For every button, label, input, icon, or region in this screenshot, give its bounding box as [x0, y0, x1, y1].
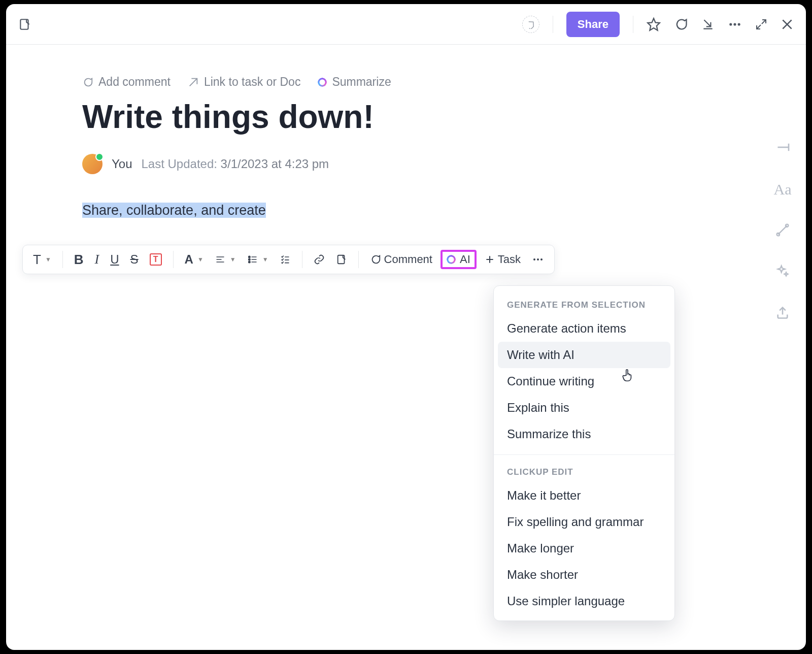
toolbar-divider: [633, 16, 633, 33]
right-side-rail: Aa: [759, 45, 806, 650]
comment-button-label: Comment: [384, 253, 432, 266]
bullet-list-dropdown[interactable]: ▼: [244, 252, 272, 267]
relations-icon[interactable]: [776, 223, 789, 239]
text-color-button[interactable]: T: [147, 251, 165, 268]
ai-item-summarize-this[interactable]: Summarize this: [494, 421, 674, 447]
comment-button[interactable]: Comment: [367, 251, 435, 268]
ai-item-fix-spelling[interactable]: Fix spelling and grammar: [494, 509, 674, 535]
ai-item-make-better[interactable]: Make it better: [494, 482, 674, 509]
ai-section-generate-label: GENERATE FROM SELECTION: [494, 295, 674, 315]
ai-item-explain-this[interactable]: Explain this: [494, 395, 674, 421]
sparkle-icon[interactable]: [775, 264, 790, 280]
tag-button[interactable]: [522, 16, 539, 33]
svg-point-12: [537, 258, 539, 260]
summarize-label: Summarize: [332, 75, 391, 89]
svg-point-7: [248, 256, 250, 257]
typography-icon[interactable]: Aa: [774, 181, 792, 198]
author-avatar[interactable]: [82, 154, 103, 174]
favorite-star-icon[interactable]: [647, 17, 661, 31]
last-updated-label: Last Updated: 3/1/2023 at 4:23 pm: [142, 157, 329, 171]
ai-item-make-longer[interactable]: Make longer: [494, 535, 674, 562]
toolbar-more-icon[interactable]: [529, 251, 547, 268]
ai-gradient-icon: [447, 255, 456, 264]
font-color-dropdown[interactable]: A▼: [182, 250, 207, 269]
ai-menu-separator: [494, 454, 674, 455]
svg-point-3: [733, 23, 736, 25]
underline-button[interactable]: U: [107, 250, 122, 269]
toolbar-divider: [553, 16, 553, 33]
share-button[interactable]: Share: [566, 12, 620, 37]
text-color-swatch-icon: T: [150, 253, 162, 266]
svg-point-13: [540, 258, 543, 260]
link-task-action[interactable]: Link to task or Doc: [188, 75, 300, 89]
svg-point-5: [777, 233, 780, 236]
ai-item-simpler-language[interactable]: Use simpler language: [494, 588, 674, 614]
ai-button[interactable]: AI: [441, 250, 477, 269]
summarize-action[interactable]: Summarize: [318, 75, 391, 89]
selected-text: Share, collaborate, and create: [82, 203, 266, 218]
ai-gradient-icon: [318, 78, 327, 87]
ai-item-write-with-ai[interactable]: Write with AI: [498, 342, 670, 368]
document-title[interactable]: Write things down!: [82, 98, 759, 136]
outdent-icon[interactable]: [775, 141, 790, 155]
bold-button[interactable]: B: [71, 250, 87, 270]
close-icon[interactable]: [781, 18, 794, 31]
checklist-button[interactable]: [277, 252, 294, 267]
more-menu-icon[interactable]: [728, 17, 742, 31]
top-toolbar: Share: [6, 4, 806, 45]
expand-icon[interactable]: [755, 18, 767, 30]
ai-item-generate-action-items[interactable]: Generate action items: [494, 315, 674, 342]
task-button[interactable]: Task: [482, 251, 524, 268]
svg-point-6: [786, 224, 788, 227]
document-body[interactable]: Share, collaborate, and create: [82, 203, 266, 218]
svg-point-11: [533, 258, 535, 260]
add-comment-action[interactable]: Add comment: [82, 75, 171, 89]
formatting-toolbar: T▼ B I U S T A▼ ▼ ▼ Commen: [22, 245, 555, 274]
share-export-icon[interactable]: [775, 306, 790, 322]
text-style-dropdown[interactable]: T▼: [30, 250, 54, 270]
comments-icon[interactable]: [674, 17, 688, 31]
ai-button-label: AI: [460, 253, 470, 266]
task-button-label: Task: [498, 253, 521, 266]
svg-point-8: [248, 258, 250, 260]
svg-marker-1: [648, 18, 659, 30]
embed-doc-button[interactable]: [333, 252, 350, 267]
doc-template-icon[interactable]: [18, 18, 31, 31]
document-window: Share: [6, 4, 806, 650]
link-task-label: Link to task or Doc: [204, 75, 300, 89]
quick-actions-row: Add comment Link to task or Doc Summariz…: [82, 75, 759, 89]
download-icon[interactable]: [701, 18, 715, 31]
add-comment-label: Add comment: [98, 75, 171, 89]
ai-item-make-shorter[interactable]: Make shorter: [494, 562, 674, 588]
svg-point-9: [248, 261, 250, 263]
ai-dropdown-menu: GENERATE FROM SELECTION Generate action …: [493, 285, 675, 621]
author-name: You: [112, 157, 132, 171]
strikethrough-button[interactable]: S: [127, 250, 142, 269]
italic-button[interactable]: I: [92, 250, 103, 269]
svg-point-4: [738, 23, 740, 25]
ai-section-edit-label: CLICKUP EDIT: [494, 462, 674, 482]
ai-item-continue-writing[interactable]: Continue writing: [494, 368, 674, 395]
link-button[interactable]: [311, 252, 328, 267]
svg-point-2: [729, 23, 732, 25]
byline-row: You Last Updated: 3/1/2023 at 4:23 pm: [82, 154, 759, 174]
align-dropdown[interactable]: ▼: [212, 252, 239, 267]
